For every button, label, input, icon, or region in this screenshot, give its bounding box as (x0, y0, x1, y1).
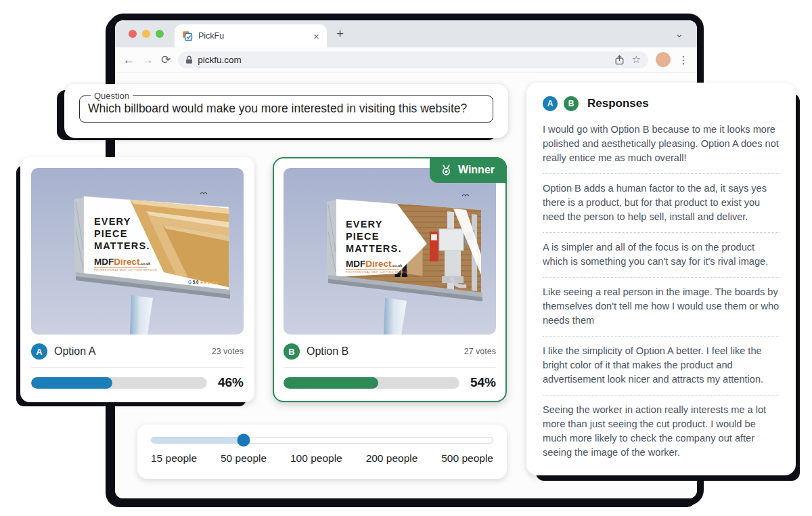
slider-label-100[interactable]: 100 people (290, 452, 342, 465)
svg-text:PROFESSIONAL MDF CUTTING SERVI: PROFESSIONAL MDF CUTTING SERVICE (94, 269, 157, 272)
svg-text:PIECE: PIECE (346, 231, 380, 242)
back-icon[interactable]: ← (123, 54, 135, 66)
svg-text:PROFESSIONAL MDF CUTTING SERVI: PROFESSIONAL MDF CUTTING SERVICE (346, 271, 409, 274)
billboard-image-a: EVERY PIECE MATTERS. MDFDirect.co.uk PRO… (31, 168, 244, 335)
option-a-progress-bar (31, 377, 207, 389)
slider-label-200[interactable]: 200 people (366, 452, 418, 465)
slider-fill (152, 437, 244, 443)
share-icon[interactable] (615, 55, 624, 65)
tab-title: PickFu (198, 31, 224, 41)
browser-tab-bar: PickFu × + ⌄ (115, 20, 697, 47)
lock-icon (185, 56, 193, 64)
option-a-image: EVERY PIECE MATTERS. MDFDirect.co.uk PRO… (31, 168, 244, 335)
response-item: I would go with Option B because to me i… (543, 115, 780, 174)
divider (284, 367, 496, 368)
tab-list-chevron-icon[interactable]: ⌄ (675, 28, 683, 40)
svg-text:MATTERS.: MATTERS. (346, 243, 402, 254)
response-item: Seeing the worker in action really inter… (543, 395, 780, 468)
url-text[interactable]: pickfu.com (198, 55, 242, 65)
billboard-side-frame (74, 197, 84, 275)
audience-slider-card: 15 people 50 people 100 people 200 peopl… (137, 425, 507, 479)
google-rating: G 5.0 ★★★★★ (188, 280, 219, 284)
reload-icon[interactable]: ⟳ (161, 54, 171, 66)
responses-list: I would go with Option B because to me i… (543, 115, 780, 468)
minimize-window-button[interactable] (142, 30, 150, 38)
address-bar[interactable]: pickfu.com ☆ (178, 51, 648, 68)
slider-label-15[interactable]: 15 people (151, 452, 197, 465)
question-input[interactable]: Which billboard would make you more inte… (88, 102, 484, 116)
question-field: Question Which billboard would make you … (79, 91, 493, 123)
forward-icon[interactable]: → (142, 54, 154, 66)
responses-badge-a: A (543, 96, 558, 111)
svg-text:PIECE: PIECE (94, 228, 128, 239)
slider-track[interactable] (151, 437, 493, 444)
option-b-image: EVERY PIECE MATTERS. MDFDirect.co.uk PRO… (284, 168, 496, 335)
option-b-progress-bar (284, 377, 459, 389)
window-controls (129, 30, 164, 38)
divider (31, 367, 244, 368)
profile-avatar[interactable] (656, 52, 671, 67)
winner-label: Winner (458, 164, 495, 176)
pickfu-favicon-icon (182, 30, 193, 41)
svg-text:EVERY: EVERY (346, 219, 383, 230)
new-tab-button[interactable]: + (336, 26, 344, 41)
option-a-badge: A (31, 343, 47, 360)
maximize-window-button[interactable] (156, 30, 164, 38)
option-b-progress-fill (284, 377, 378, 389)
response-item: Option B adds a human factor to the ad, … (543, 174, 780, 233)
menu-kebab-icon[interactable]: ⋮ (678, 53, 689, 66)
bookmark-star-icon[interactable]: ☆ (632, 53, 641, 66)
option-b-label: Option B (307, 345, 348, 358)
question-label: Question (91, 91, 133, 101)
billboard-image-b: EVERY PIECE MATTERS. MDFDirect.co.uk PRO… (284, 168, 496, 335)
response-item: A is simpler and all of the focus is on … (543, 233, 780, 278)
svg-text:MATTERS.: MATTERS. (94, 240, 150, 251)
slider-handle[interactable] (238, 434, 250, 447)
option-b-badge: B (284, 343, 300, 360)
slider-label-50[interactable]: 50 people (221, 452, 267, 465)
tab-close-icon[interactable]: × (313, 31, 319, 41)
stage: PickFu × + ⌄ ← → ⟳ pickfu.com (0, 0, 812, 516)
option-a-percent: 46% (207, 375, 244, 390)
response-item: Like seeing a real person in the image. … (543, 278, 780, 337)
browser-tab-pickfu[interactable]: PickFu × (175, 24, 327, 47)
option-a-card[interactable]: EVERY PIECE MATTERS. MDFDirect.co.uk PRO… (20, 157, 254, 402)
option-b-percent: 54% (459, 375, 496, 390)
billboard-side-frame (327, 200, 336, 278)
option-b-votes: 27 votes (464, 347, 496, 356)
address-bar-actions: ☆ (615, 53, 641, 66)
medal-icon (440, 164, 453, 177)
option-a-votes: 23 votes (212, 347, 244, 356)
responses-title: Responses (587, 97, 649, 110)
option-b-card[interactable]: Winner (273, 157, 507, 402)
browser-toolbar: ← → ⟳ pickfu.com ☆ ⋮ (115, 47, 697, 72)
slider-label-500[interactable]: 500 people (441, 452, 493, 465)
svg-text:EVERY: EVERY (94, 216, 131, 227)
response-item: I like the simplicity of Option A better… (543, 337, 780, 395)
option-a-progress-fill (31, 377, 112, 389)
winner-badge: Winner (430, 157, 507, 183)
close-window-button[interactable] (129, 30, 137, 38)
responses-panel: A B Responses I would go with Option B b… (526, 83, 796, 475)
responses-badge-b: B (564, 96, 579, 111)
question-card: Question Which billboard would make you … (64, 84, 508, 138)
option-a-label: Option A (54, 345, 95, 358)
